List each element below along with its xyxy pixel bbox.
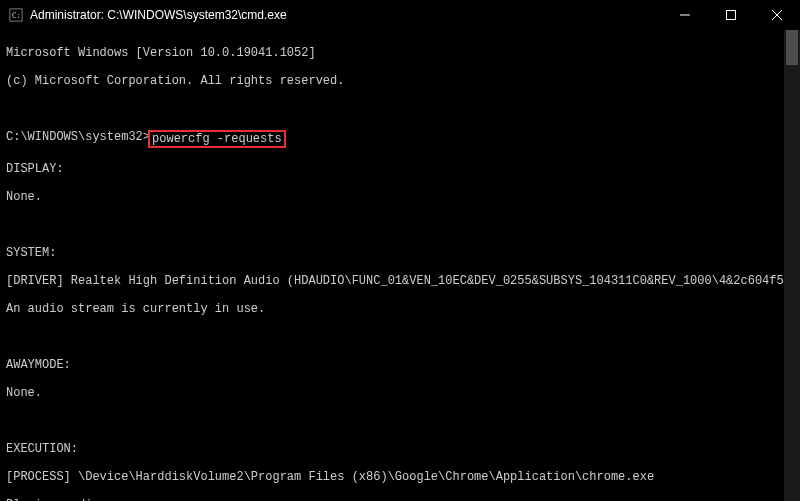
section-value: An audio stream is currently in use. [6, 302, 800, 316]
banner-line: (c) Microsoft Corporation. All rights re… [6, 74, 800, 88]
highlighted-command: powercfg -requests [148, 130, 286, 148]
console-output[interactable]: Microsoft Windows [Version 10.0.19041.10… [0, 30, 800, 501]
section-value: [DRIVER] Realtek High Definition Audio (… [6, 274, 800, 288]
close-button[interactable] [754, 0, 800, 30]
window-controls [662, 0, 800, 30]
window-title: Administrator: C:\WINDOWS\system32\cmd.e… [30, 8, 662, 22]
prompt-line: C:\WINDOWS\system32>powercfg -requests [6, 130, 800, 148]
cmd-icon: C: [8, 7, 24, 23]
svg-rect-4 [727, 11, 736, 20]
prompt-path: C:\WINDOWS\system32> [6, 130, 150, 148]
blank-line [6, 102, 800, 116]
section-header: DISPLAY: [6, 162, 800, 176]
maximize-button[interactable] [708, 0, 754, 30]
section-value: None. [6, 190, 800, 204]
window-titlebar: C: Administrator: C:\WINDOWS\system32\cm… [0, 0, 800, 30]
section-header: EXECUTION: [6, 442, 800, 456]
blank-line [6, 330, 800, 344]
scrollbar-thumb[interactable] [786, 30, 798, 65]
minimize-button[interactable] [662, 0, 708, 30]
blank-line [6, 218, 800, 232]
section-header: SYSTEM: [6, 246, 800, 260]
section-value: None. [6, 386, 800, 400]
section-header: AWAYMODE: [6, 358, 800, 372]
blank-line [6, 414, 800, 428]
banner-line: Microsoft Windows [Version 10.0.19041.10… [6, 46, 800, 60]
section-value: [PROCESS] \Device\HarddiskVolume2\Progra… [6, 470, 800, 484]
vertical-scrollbar[interactable] [784, 30, 800, 501]
svg-text:C:: C: [12, 11, 21, 20]
